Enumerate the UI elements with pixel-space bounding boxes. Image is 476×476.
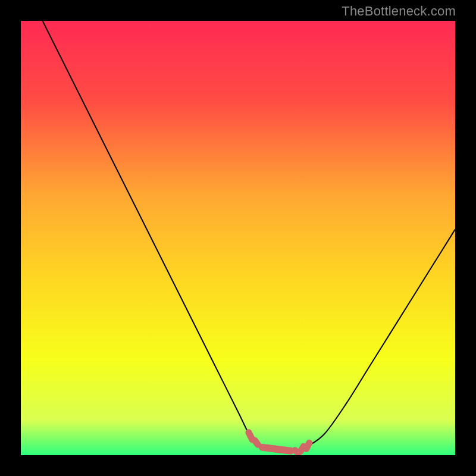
svg-line-3: [262, 447, 290, 451]
svg-line-6: [306, 443, 309, 449]
svg-line-1: [249, 433, 252, 440]
plot-area: [21, 21, 455, 455]
svg-line-2: [255, 440, 258, 444]
chart-frame: TheBottleneck.com: [0, 0, 476, 476]
curve-path: [43, 21, 456, 451]
watermark-label: TheBottleneck.com: [342, 4, 456, 19]
bottleneck-curve: [21, 21, 455, 455]
highlight-segment: [249, 433, 309, 453]
